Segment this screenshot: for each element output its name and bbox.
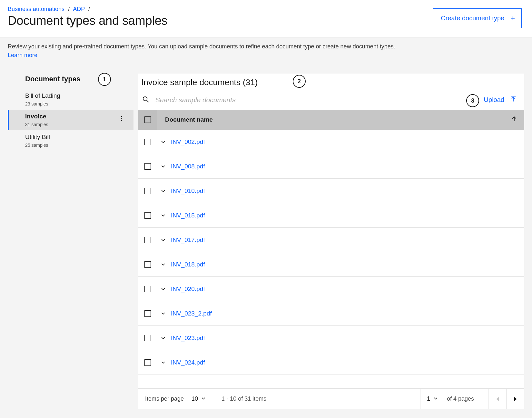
main-title: Invoice sample documents (31) bbox=[141, 77, 518, 87]
row-checkbox[interactable] bbox=[144, 139, 151, 145]
svg-point-0 bbox=[143, 96, 147, 101]
row-checkbox[interactable] bbox=[144, 188, 151, 194]
document-link[interactable]: INV_008.pdf bbox=[169, 163, 205, 170]
document-link[interactable]: INV_010.pdf bbox=[169, 187, 205, 195]
intro-text: Review your existing and pre-trained doc… bbox=[8, 43, 395, 50]
pagination-range: 1 - 10 of 31 items bbox=[215, 395, 420, 402]
doctype-count: 31 samples bbox=[25, 122, 128, 127]
document-link[interactable]: INV_023_2.pdf bbox=[169, 310, 212, 317]
svg-line-1 bbox=[147, 100, 149, 102]
svg-marker-6 bbox=[514, 397, 517, 401]
doctype-count: 25 samples bbox=[25, 143, 128, 148]
svg-marker-5 bbox=[496, 397, 499, 401]
expand-toggle[interactable] bbox=[157, 336, 169, 340]
select-all-checkbox[interactable] bbox=[144, 116, 151, 123]
create-button-label: Create document type bbox=[441, 15, 504, 22]
upload-label: Upload bbox=[484, 96, 504, 104]
chevron-down-icon bbox=[433, 395, 438, 402]
expand-toggle[interactable] bbox=[157, 140, 169, 144]
doctype-name: Bill of Lading bbox=[25, 92, 128, 99]
search-icon bbox=[143, 96, 149, 104]
row-checkbox[interactable] bbox=[144, 310, 151, 317]
row-checkbox[interactable] bbox=[144, 163, 151, 170]
main-panel: Invoice sample documents (31) 2 3 Upload bbox=[138, 74, 524, 409]
breadcrumb-separator: / bbox=[68, 6, 70, 12]
chevron-down-icon bbox=[201, 395, 206, 402]
annotation-2: 2 bbox=[293, 75, 306, 88]
annotation-1: 1 bbox=[98, 73, 111, 86]
expand-toggle[interactable] bbox=[157, 262, 169, 267]
breadcrumb: Business automations / ADP / bbox=[8, 6, 167, 13]
table-row: INV_023.pdf bbox=[138, 326, 524, 350]
row-checkbox[interactable] bbox=[144, 237, 151, 243]
doctype-name: Invoice bbox=[25, 113, 128, 120]
document-link[interactable]: INV_023.pdf bbox=[169, 335, 205, 342]
doctype-count: 23 samples bbox=[25, 101, 128, 106]
sort-icon[interactable] bbox=[511, 116, 524, 123]
expand-toggle[interactable] bbox=[157, 311, 169, 316]
document-link[interactable]: INV_018.pdf bbox=[169, 261, 205, 268]
column-header-name[interactable]: Document name bbox=[157, 116, 511, 123]
pages-text: of 4 pages bbox=[447, 395, 482, 402]
document-link[interactable]: INV_017.pdf bbox=[169, 236, 205, 244]
table-row: INV_017.pdf bbox=[138, 228, 524, 252]
items-per-page-value: 10 bbox=[192, 395, 198, 402]
doctype-item-utility-bill[interactable]: Utility Bill 25 samples bbox=[8, 130, 133, 151]
table-row: INV_015.pdf bbox=[138, 203, 524, 228]
items-per-page-select[interactable]: 10 bbox=[192, 395, 206, 402]
expand-toggle[interactable] bbox=[157, 238, 169, 242]
row-checkbox[interactable] bbox=[144, 359, 151, 366]
table-row: INV_020.pdf bbox=[138, 277, 524, 301]
table-row: INV_018.pdf bbox=[138, 252, 524, 277]
row-checkbox[interactable] bbox=[144, 212, 151, 219]
breadcrumb-item-1[interactable]: Business automations bbox=[8, 6, 64, 12]
breadcrumb-separator: / bbox=[88, 6, 90, 12]
table-header: Document name bbox=[138, 110, 524, 130]
document-link[interactable]: INV_015.pdf bbox=[169, 212, 205, 219]
document-link[interactable]: INV_020.pdf bbox=[169, 285, 205, 293]
table-row: INV_024.pdf bbox=[138, 350, 524, 375]
search-input[interactable] bbox=[155, 96, 484, 104]
doctype-item-bill-of-lading[interactable]: Bill of Lading 23 samples bbox=[8, 89, 133, 110]
page-select[interactable]: 1 of 4 pages bbox=[420, 389, 488, 409]
row-checkbox[interactable] bbox=[144, 335, 151, 341]
prev-page-button[interactable] bbox=[488, 389, 506, 409]
row-checkbox[interactable] bbox=[144, 286, 151, 292]
annotation-3: 3 bbox=[466, 94, 479, 107]
document-types-sidebar: Document types Bill of Lading 23 samples… bbox=[8, 74, 133, 409]
doctype-name: Utility Bill bbox=[25, 134, 128, 141]
expand-toggle[interactable] bbox=[157, 287, 169, 291]
current-page: 1 bbox=[427, 395, 430, 402]
kebab-menu-icon[interactable]: ⋮ bbox=[119, 115, 124, 122]
create-document-type-button[interactable]: Create document type + bbox=[433, 8, 522, 28]
items-per-page-label: Items per page bbox=[145, 395, 184, 402]
expand-toggle[interactable] bbox=[157, 360, 169, 365]
next-page-button[interactable] bbox=[506, 389, 524, 409]
learn-more-link[interactable]: Learn more bbox=[8, 52, 37, 59]
sidebar-title: Document types bbox=[8, 74, 133, 89]
document-link[interactable]: INV_024.pdf bbox=[169, 359, 205, 366]
expand-toggle[interactable] bbox=[157, 164, 169, 169]
table-row: INV_010.pdf bbox=[138, 179, 524, 203]
table-body: INV_002.pdf INV_008.pdf INV_010.pdf INV_… bbox=[138, 130, 524, 375]
breadcrumb-item-2[interactable]: ADP bbox=[73, 6, 85, 12]
upload-button[interactable]: Upload bbox=[484, 96, 517, 104]
upload-icon bbox=[510, 96, 517, 104]
document-link[interactable]: INV_002.pdf bbox=[169, 138, 205, 145]
pagination: Items per page 10 1 - 10 of 31 items 1 o… bbox=[138, 388, 524, 409]
page-title: Document types and samples bbox=[8, 14, 167, 28]
table-row: INV_023_2.pdf bbox=[138, 301, 524, 326]
doctype-item-invoice[interactable]: Invoice 31 samples ⋮ bbox=[8, 110, 133, 130]
table-row: INV_002.pdf bbox=[138, 130, 524, 154]
table-row: INV_008.pdf bbox=[138, 154, 524, 179]
expand-toggle[interactable] bbox=[157, 189, 169, 193]
expand-toggle[interactable] bbox=[157, 213, 169, 218]
plus-icon: + bbox=[511, 15, 515, 22]
row-checkbox[interactable] bbox=[144, 261, 151, 268]
